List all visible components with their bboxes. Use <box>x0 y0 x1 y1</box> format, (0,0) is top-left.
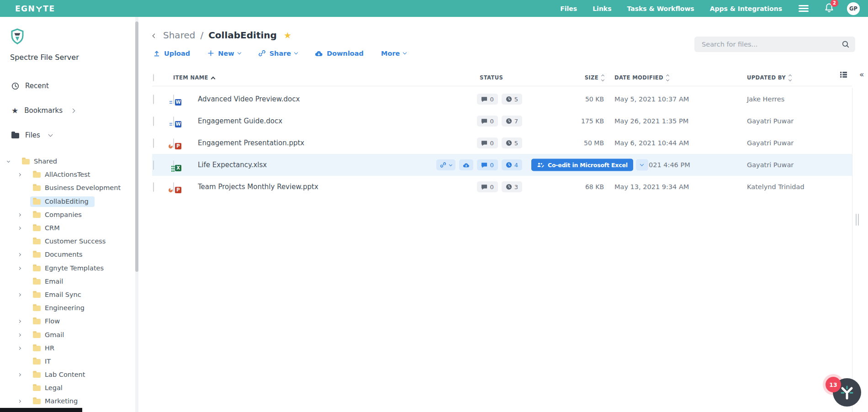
comments-badge[interactable]: 0 <box>477 181 498 192</box>
download-button[interactable]: Download <box>315 50 364 57</box>
versions-badge[interactable]: 7 <box>502 116 522 127</box>
folder-tree-item[interactable]: Email Sync <box>0 288 139 301</box>
comments-badge[interactable]: 0 <box>477 94 498 105</box>
select-all-checkbox[interactable] <box>153 74 154 81</box>
right-panel-drag-handle[interactable] <box>856 214 859 226</box>
file-type-icon: W <box>173 116 174 126</box>
folder-tree-item[interactable]: CRM <box>0 222 139 235</box>
more-button[interactable]: More <box>381 50 406 57</box>
table-row[interactable]: W Engagement Guide.docx <box>152 110 852 132</box>
copy-link-button[interactable] <box>436 159 455 170</box>
top-nav-item-files[interactable]: Files <box>560 5 577 12</box>
chevron-right-icon[interactable] <box>18 173 21 176</box>
folder-tree-item[interactable]: Companies <box>0 208 139 222</box>
sidebar-item-recent[interactable]: Recent <box>0 74 139 98</box>
folder-tree-item[interactable]: Customer Success <box>0 235 139 248</box>
chevron-right-icon[interactable] <box>18 253 21 256</box>
download-file-button[interactable] <box>459 159 473 170</box>
file-name[interactable]: Advanced Video Preview.docx <box>198 95 439 103</box>
comments-badge[interactable]: 0 <box>477 116 498 127</box>
top-nav-item-links[interactable]: Links <box>593 5 611 12</box>
table-row[interactable]: W Advanced Video Preview.docx <box>152 88 852 110</box>
list-view-icon[interactable] <box>840 71 847 78</box>
file-name[interactable]: Engagement Guide.docx <box>198 117 439 125</box>
chevron-right-icon[interactable] <box>18 293 21 296</box>
row-checkbox[interactable] <box>153 95 154 104</box>
row-checkbox[interactable] <box>153 138 154 148</box>
versions-badge[interactable]: 3 <box>502 181 522 192</box>
search-input[interactable] <box>702 41 842 48</box>
row-checkbox[interactable] <box>153 116 154 126</box>
file-name[interactable]: Team Projects Monthly Review.pptx <box>198 183 439 191</box>
breadcrumb-parent[interactable]: Shared <box>163 30 195 41</box>
upload-button[interactable]: Upload <box>153 50 190 57</box>
folder-tree-item[interactable]: Legal <box>0 381 139 395</box>
folder-tree-item[interactable]: AllActionsTest <box>0 168 139 181</box>
row-checkbox[interactable] <box>153 182 154 192</box>
share-button[interactable]: Share <box>258 49 298 57</box>
folder-tree-item[interactable]: HR <box>0 342 139 355</box>
comments-badge[interactable]: 0 <box>477 159 498 170</box>
breadcrumb-separator: / <box>200 30 203 41</box>
file-size: 50 KB <box>535 95 605 103</box>
hover-actions <box>436 159 473 170</box>
table-row[interactable]: P Team Projects Monthly Review.pptx <box>152 176 852 198</box>
top-nav-item-tasks-workflows[interactable]: Tasks & Workflows <box>627 5 694 12</box>
folder-tree-item[interactable]: Email <box>0 275 139 288</box>
clock-icon <box>506 118 512 124</box>
chevron-right-icon[interactable] <box>18 400 21 403</box>
file-name[interactable]: Engagement Presentation.pptx <box>198 139 439 147</box>
comment-icon <box>481 184 487 190</box>
user-avatar[interactable]: GP <box>847 2 860 15</box>
folder-tree-item[interactable]: Flow <box>0 315 139 328</box>
column-header-item-name[interactable]: ITEM NAME <box>173 74 439 81</box>
row-checkbox[interactable] <box>153 160 154 170</box>
folder-tree-item[interactable]: Marketing <box>0 395 139 408</box>
sidebar-item-files[interactable]: Files <box>0 123 139 148</box>
chevron-right-icon[interactable] <box>18 320 21 323</box>
file-size: 68 KB <box>535 183 605 190</box>
egnyte-logo[interactable]: EGN TE <box>15 4 55 13</box>
comments-badge[interactable]: 0 <box>477 137 498 148</box>
chevron-right-icon[interactable] <box>18 213 21 217</box>
column-header-updated-by[interactable]: UPDATED BY <box>747 74 852 81</box>
top-nav-item-apps-integrations[interactable]: Apps & Integrations <box>710 5 782 12</box>
column-header-date-modified[interactable]: DATE MODIFIED <box>605 74 747 81</box>
versions-badge[interactable]: 5 <box>502 94 522 105</box>
folder-tree-item[interactable]: CollabEditing <box>0 195 139 208</box>
table-row[interactable]: P Engagement Presentation.pptx <box>152 132 852 154</box>
versions-badge[interactable]: 5 <box>502 137 522 148</box>
search-icon[interactable] <box>842 40 850 48</box>
column-header-status[interactable]: STATUS <box>439 74 535 81</box>
folder-tree-item[interactable]: Gmail <box>0 328 139 341</box>
favorite-star-icon[interactable]: ★ <box>284 30 291 40</box>
notifications-button[interactable]: 2 <box>824 3 834 15</box>
chevron-right-icon[interactable] <box>18 373 21 376</box>
chevron-right-icon[interactable] <box>18 267 21 270</box>
folder-tree-item[interactable]: Egnyte Templates <box>0 262 139 275</box>
folder-tree-item[interactable]: Engineering <box>0 301 139 315</box>
folder-tree-item[interactable]: Lab Content <box>0 368 139 381</box>
tree-root-shared[interactable]: Shared <box>0 155 139 168</box>
chevron-right-icon[interactable] <box>18 347 21 350</box>
upload-label: Upload <box>164 50 190 57</box>
folder-tree-item[interactable]: Business Development <box>0 181 139 195</box>
sidebar-item-bookmarks[interactable]: ★ Bookmarks <box>0 98 139 123</box>
chevron-right-icon[interactable] <box>18 333 21 336</box>
chevron-right-icon[interactable] <box>18 227 21 230</box>
column-header-size[interactable]: SIZE <box>535 74 605 81</box>
versions-badge[interactable]: 4 <box>502 159 522 170</box>
file-name[interactable]: Life Expectancy.xlsx <box>198 161 439 169</box>
file-type-icon: P <box>173 138 174 148</box>
new-button[interactable]: New <box>207 50 240 57</box>
table-row[interactable]: X Life Expectancy.xlsx <box>152 154 852 176</box>
folder-tree-item[interactable]: IT <box>0 355 139 368</box>
coedit-options-button[interactable] <box>636 159 648 171</box>
back-button[interactable] <box>151 29 158 41</box>
collapse-panel-icon[interactable]: « <box>859 71 864 79</box>
sidebar-scrollbar-thumb[interactable] <box>135 21 138 272</box>
hamburger-menu-icon[interactable] <box>799 5 809 12</box>
coedit-button[interactable]: Co-edit in Microsoft Excel <box>531 159 633 171</box>
chevron-down-icon[interactable] <box>7 159 10 163</box>
folder-tree-item[interactable]: Documents <box>0 248 139 261</box>
